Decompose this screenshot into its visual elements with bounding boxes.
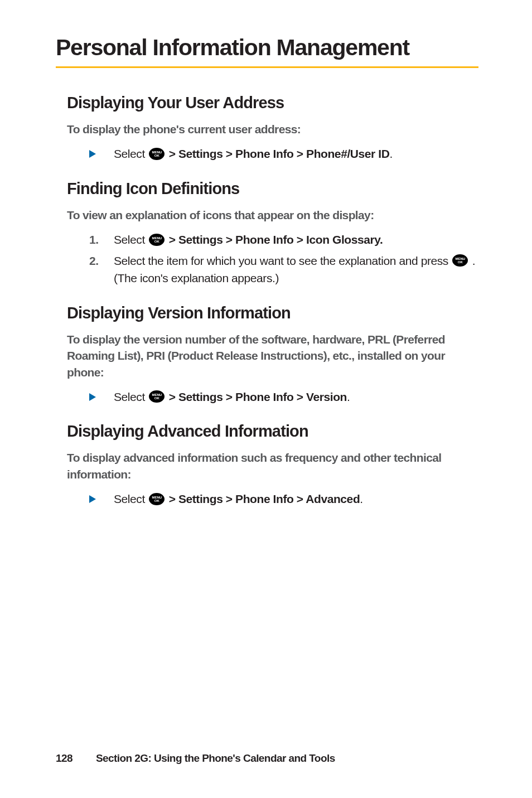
section-user-address: Displaying Your User Address To display … (56, 94, 478, 163)
intro-version: To display the version number of the sof… (67, 331, 478, 380)
step-number: 1. (89, 231, 114, 249)
step-text: Select > Settings > Phone Info > Phone#/… (114, 145, 478, 163)
steps-advanced: Select > Settings > Phone Info > Advance… (89, 490, 478, 508)
heading-advanced: Displaying Advanced Information (67, 422, 478, 441)
menu-ok-icon (149, 493, 165, 505)
section-label: Section 2G: Using the Phone's Calendar a… (96, 752, 335, 765)
menu-ok-icon (452, 254, 468, 267)
triangle-bullet-icon (89, 145, 114, 158)
step-text: Select the item for which you want to se… (114, 252, 478, 287)
heading-user-address: Displaying Your User Address (67, 94, 478, 112)
step-2: 2. Select the item for which you want to… (89, 252, 478, 287)
step-1: 1. Select > Settings > Phone Info > Icon… (89, 231, 478, 249)
section-version: Displaying Version Information To displa… (56, 304, 478, 406)
section-icon-defs: Finding Icon Definitions To view an expl… (56, 180, 478, 287)
steps-icon-defs: 1. Select > Settings > Phone Info > Icon… (89, 231, 478, 287)
menu-ok-icon (149, 148, 165, 160)
step-text: Select > Settings > Phone Info > Version… (114, 388, 478, 406)
page-title: Personal Information Management (56, 35, 478, 68)
steps-version: Select > Settings > Phone Info > Version… (89, 388, 478, 406)
section-advanced: Displaying Advanced Information To displ… (56, 422, 478, 507)
page-number: 128 (56, 752, 72, 765)
step-text: Select > Settings > Phone Info > Advance… (114, 490, 478, 508)
intro-icon-defs: To view an explanation of icons that app… (67, 207, 478, 223)
step-text: Select > Settings > Phone Info > Icon Gl… (114, 231, 478, 249)
step-bullet: Select > Settings > Phone Info > Phone#/… (89, 145, 478, 163)
intro-advanced: To display advanced information such as … (67, 449, 478, 482)
triangle-bullet-icon (89, 388, 114, 401)
step-bullet: Select > Settings > Phone Info > Version… (89, 388, 478, 406)
intro-user-address: To display the phone's current user addr… (67, 121, 478, 137)
steps-user-address: Select > Settings > Phone Info > Phone#/… (89, 145, 478, 163)
menu-ok-icon (149, 234, 165, 246)
heading-icon-defs: Finding Icon Definitions (67, 180, 478, 198)
triangle-bullet-icon (89, 490, 114, 503)
page-footer: 128 Section 2G: Using the Phone's Calend… (56, 752, 478, 765)
step-number: 2. (89, 252, 114, 270)
menu-ok-icon (149, 390, 165, 403)
heading-version: Displaying Version Information (67, 304, 478, 322)
step-bullet: Select > Settings > Phone Info > Advance… (89, 490, 478, 508)
